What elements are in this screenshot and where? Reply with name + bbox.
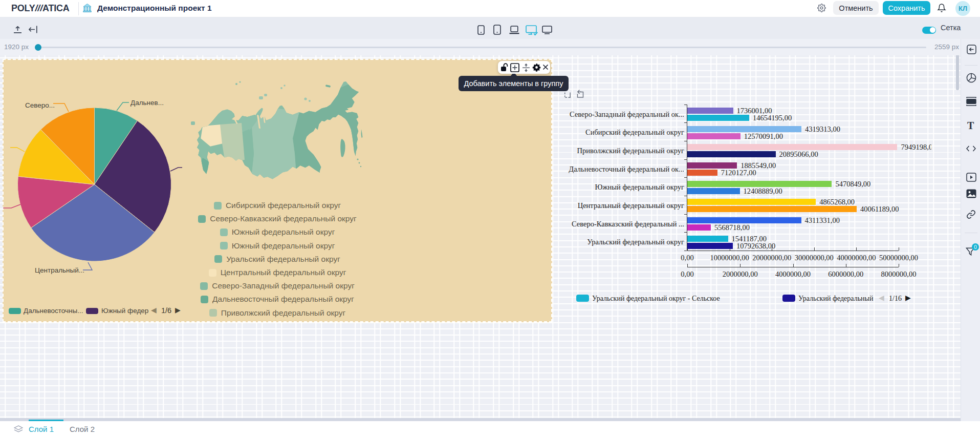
svg-text:SVG: SVG (968, 100, 975, 103)
